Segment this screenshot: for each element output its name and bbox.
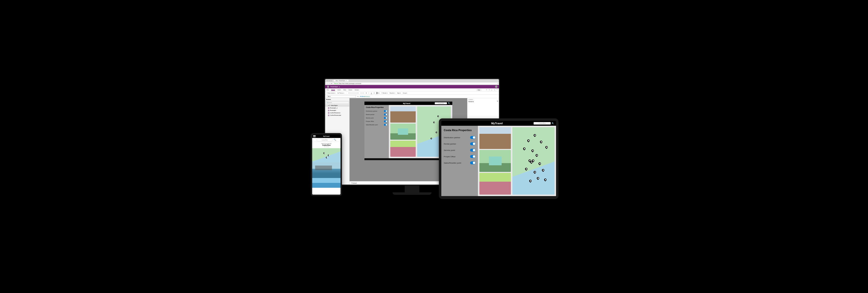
map-pin-icon[interactable] — [533, 170, 536, 174]
menu-icon[interactable] — [313, 135, 316, 137]
search-icon[interactable]: 🔍 — [334, 139, 336, 141]
location-sub: OR nearby — [313, 146, 340, 147]
search-field[interactable]: Costa Rica — [534, 122, 551, 124]
ribbon-tab-insert[interactable]: Insert — [337, 89, 341, 91]
map-pin-icon[interactable] — [539, 140, 542, 144]
search-field[interactable]: Costa Rica — [435, 102, 447, 104]
property-photo[interactable] — [312, 163, 341, 178]
toggle[interactable] — [470, 162, 475, 164]
window-controls[interactable] — [327, 80, 332, 81]
map-pin-icon[interactable] — [533, 134, 536, 137]
tree-search[interactable]: 🔍 Search — [326, 101, 349, 104]
map-pin-icon[interactable] — [544, 178, 547, 181]
map-view[interactable] — [312, 148, 341, 163]
formula-bar: Fill ▾ fx RGBA(0,0,0,1) — [325, 95, 499, 98]
tree-item[interactable]: Rectangle1_1 — [325, 107, 349, 109]
map-pin-icon[interactable] — [536, 177, 540, 180]
fontsize-dropdown[interactable] — [361, 92, 364, 93]
group-button[interactable]: Group ▾ — [403, 92, 407, 94]
map-view[interactable] — [513, 127, 555, 195]
tree-item[interactable]: ConfirmPictureIcon — [325, 112, 349, 114]
fill-button[interactable]: Fill ▾ — [377, 92, 380, 94]
app-name-label[interactable]: App — [476, 89, 482, 91]
new-screen-button[interactable]: ☐ New screen ▾ — [327, 92, 335, 94]
property-photo[interactable] — [390, 107, 416, 123]
property-photo[interactable] — [312, 178, 341, 188]
help-icon[interactable]: ? — [497, 89, 497, 91]
map-pin-icon[interactable] — [545, 146, 548, 149]
map-pin-icon[interactable] — [433, 121, 435, 123]
border-button[interactable]: ☐ Border ▾ — [381, 92, 388, 94]
map-pin-icon[interactable] — [522, 147, 526, 150]
close-icon[interactable]: × — [346, 80, 347, 81]
map-pin-icon[interactable] — [430, 137, 432, 139]
font-dropdown[interactable] — [348, 92, 359, 93]
map-pin-icon[interactable] — [535, 154, 538, 157]
browser-tab[interactable]: App - PowerApps × — [334, 80, 348, 82]
toggle[interactable] — [470, 142, 475, 145]
align-button[interactable]: Align ▾ — [397, 92, 401, 94]
app-launcher-icon[interactable] — [327, 85, 330, 88]
property-photo[interactable] — [479, 173, 511, 195]
toggle[interactable] — [384, 114, 388, 116]
toggle[interactable] — [384, 110, 388, 112]
map-pin-icon[interactable] — [323, 152, 325, 154]
fontcolor-icon[interactable]: A — [374, 92, 374, 94]
redo-icon[interactable]: ↷ — [489, 89, 490, 91]
undo-icon[interactable]: ↶ — [486, 89, 487, 91]
filters-panel: Costa Rica Properties Distribution partn… — [441, 126, 478, 196]
map-pin-icon[interactable] — [437, 115, 439, 117]
share-icon[interactable]: ⇪ — [494, 89, 495, 91]
property-dropdown[interactable]: Fill ▾ — [327, 95, 356, 98]
reorder-button[interactable]: Reorder ▾ — [390, 92, 395, 94]
filter-row: Distribution partner — [366, 110, 388, 112]
chevron-down-icon[interactable]: ▾ — [339, 86, 340, 88]
underline-icon[interactable]: U — [371, 92, 372, 94]
toggle[interactable] — [470, 155, 475, 158]
toggle[interactable] — [384, 120, 388, 122]
theme-button[interactable]: Aa Theme ▾ — [337, 92, 344, 94]
ribbon-tab-home[interactable]: Home — [331, 89, 335, 91]
tree-item[interactable]: Rectangle1 — [325, 109, 349, 112]
search-icon[interactable]: 🔍 — [448, 102, 451, 105]
play-icon[interactable]: ▷ — [491, 89, 493, 91]
map-pin-icon[interactable] — [538, 162, 541, 165]
search-field[interactable]: Costa Rica — [317, 139, 333, 141]
map-pin-icon[interactable] — [529, 179, 532, 183]
ribbon-tab-file[interactable]: File — [327, 89, 329, 91]
search-icon[interactable]: 🔍 — [552, 122, 554, 124]
map-pin-icon[interactable] — [435, 131, 437, 133]
browser-tab-strip: App - PowerApps × — [325, 79, 499, 82]
map-pin-icon[interactable] — [326, 156, 327, 158]
toggle[interactable] — [470, 149, 475, 152]
url-field[interactable]: Secure | https://test.create.powerapps.c… — [333, 82, 497, 85]
property-photo[interactable] — [479, 150, 511, 172]
ribbon-tab-screen[interactable]: Screen — [355, 89, 359, 91]
property-photo[interactable] — [479, 127, 511, 149]
ribbon-tab-action[interactable]: Action — [348, 89, 352, 91]
toggle[interactable] — [384, 117, 388, 119]
formula-input[interactable]: RGBA(0,0,0,1) — [360, 95, 370, 97]
map-pin-icon[interactable] — [541, 169, 545, 172]
bold-icon[interactable]: B — [366, 92, 367, 94]
user-avatar[interactable] — [495, 85, 497, 88]
forward-icon[interactable]: → — [329, 83, 330, 84]
gear-icon[interactable]: ⚙ — [497, 100, 498, 102]
tree-item[interactable]: ConfirmPictureLabel — [325, 114, 349, 116]
property-photo[interactable] — [390, 123, 416, 140]
map-pin-icon[interactable] — [527, 139, 530, 142]
props-label: SCREEN — [468, 99, 498, 100]
fx-icon: fx — [358, 96, 359, 97]
map-pin-icon[interactable] — [525, 167, 528, 171]
reload-icon[interactable]: ⟳ — [331, 83, 332, 84]
ribbon-tab-view[interactable]: View — [343, 89, 346, 91]
toggle[interactable] — [384, 124, 388, 126]
back-icon[interactable]: ← — [327, 83, 328, 84]
property-photo[interactable] — [390, 141, 416, 157]
map-pin-icon[interactable] — [328, 154, 330, 156]
screen-checkbox[interactable]: ☐ Screen1 — [351, 182, 357, 184]
italic-icon[interactable]: I — [369, 92, 369, 94]
map-pin-icon[interactable] — [531, 149, 534, 152]
toggle[interactable] — [470, 136, 475, 139]
tree-root[interactable]: ▸ ☐ VisitorSignIn — [325, 104, 349, 107]
